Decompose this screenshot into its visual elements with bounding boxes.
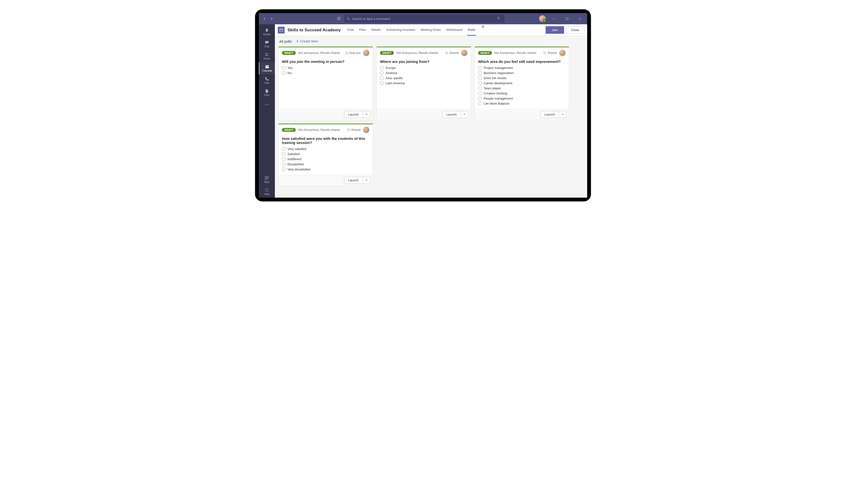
tab-whiteboard[interactable]: Whiteboard	[446, 24, 463, 36]
svg-point-32	[349, 129, 350, 130]
minimize-button[interactable]	[549, 15, 559, 22]
rail-item-activity[interactable]: Activity	[259, 26, 275, 38]
rail-item-apps[interactable]: Apps	[259, 173, 275, 185]
status-badge: DRAFT	[282, 51, 296, 55]
maximize-button[interactable]	[562, 15, 572, 22]
svg-point-13	[265, 104, 266, 105]
poll-option[interactable]: Life Work Balance	[478, 102, 565, 105]
rail-label: Calls	[264, 82, 270, 84]
radio-icon	[380, 66, 384, 70]
poll-option[interactable]: Business negociation	[478, 71, 565, 75]
launch-button[interactable]: Launch	[344, 177, 370, 184]
poll-option[interactable]: People management	[478, 97, 565, 100]
tab-details[interactable]: Details	[371, 24, 381, 36]
tabs: Chat Files Details Scheduling Assistant …	[347, 24, 486, 36]
option-label: America	[385, 71, 397, 75]
mic-icon	[497, 17, 500, 20]
poll-options: Project managementBusiness negociationDr…	[475, 66, 569, 109]
rail-label: Apps	[264, 181, 270, 183]
launch-dropdown[interactable]	[362, 177, 370, 183]
option-label: Creative thinking	[484, 91, 507, 95]
rail-item-help[interactable]: Help	[259, 185, 275, 198]
tab-polls[interactable]: Polls	[467, 24, 476, 36]
launch-button[interactable]: Launch	[442, 111, 468, 118]
option-label: Very satisfied	[288, 147, 306, 151]
author-avatar	[363, 127, 369, 133]
file-icon	[265, 89, 269, 93]
rail-item-calls[interactable]: Calls	[259, 74, 275, 86]
calendar-icon	[265, 65, 269, 69]
rail-label: Teams	[263, 57, 270, 60]
radio-icon	[380, 81, 384, 85]
close-button[interactable]: Close	[566, 26, 584, 34]
poll-question: Where are you joining from?	[377, 57, 471, 66]
poll-footer: Launch	[278, 175, 373, 186]
search-input[interactable]: Search or type a command	[344, 15, 505, 22]
rail-item-more[interactable]	[259, 98, 275, 111]
compose-button[interactable]	[336, 15, 342, 22]
poll-option[interactable]: Dissatisfied	[282, 162, 369, 166]
rail-item-teams[interactable]: Teams	[259, 50, 275, 62]
tab-scheduling[interactable]: Scheduling Assistant	[385, 24, 416, 36]
option-label: No	[288, 71, 292, 75]
radio-icon	[478, 66, 482, 70]
tab-chat[interactable]: Chat	[347, 24, 354, 36]
poll-option[interactable]: America	[380, 71, 467, 75]
launch-button[interactable]: Launch	[540, 111, 566, 118]
launch-dropdown[interactable]	[362, 111, 370, 118]
poll-head: DRAFT Not anonymous; Results shared Only…	[278, 47, 373, 57]
plus-icon	[481, 25, 485, 29]
chat-icon	[265, 40, 269, 45]
poll-question: How satisfied were you with the contents…	[278, 134, 373, 147]
poll-option[interactable]: Very satisfied	[282, 147, 369, 151]
poll-option[interactable]: Very dissatisfied	[282, 167, 369, 171]
chevron-right-icon	[270, 17, 273, 20]
create-new-button[interactable]: Create New	[296, 39, 318, 43]
poll-option[interactable]: Drive the results	[478, 76, 565, 80]
rail-item-chat[interactable]: Chat	[259, 38, 275, 50]
polls-grid: DRAFT Not anonymous; Results shared Only…	[275, 47, 587, 190]
join-button[interactable]: Join	[546, 26, 564, 34]
tab-files[interactable]: Files	[359, 24, 366, 36]
svg-rect-26	[346, 53, 348, 54]
launch-dropdown[interactable]	[559, 111, 566, 118]
add-tab-button[interactable]	[480, 24, 486, 36]
rail-item-calendar[interactable]: Calendar	[259, 62, 275, 74]
mic-button[interactable]	[497, 17, 502, 21]
poll-option[interactable]: Europe	[380, 66, 467, 70]
rail-item-files[interactable]: Files	[259, 86, 275, 98]
poll-option[interactable]: Creative thinking	[478, 91, 565, 95]
app-rail: Activity Chat Teams Calendar Calls Files	[259, 24, 275, 198]
poll-option[interactable]: Indifferent	[282, 157, 369, 161]
tab-notes[interactable]: Meeting Notes	[420, 24, 442, 36]
poll-option[interactable]: Satisfied	[282, 152, 369, 156]
user-avatar[interactable]	[539, 15, 546, 22]
launch-button[interactable]: Launch	[344, 111, 370, 118]
back-button[interactable]	[262, 16, 268, 22]
launch-label: Launch	[443, 111, 461, 118]
radio-icon	[478, 102, 482, 105]
svg-point-31	[347, 129, 348, 130]
chevron-down-icon	[365, 179, 367, 181]
poll-option[interactable]: Team player	[478, 86, 565, 90]
option-label: Career development	[484, 81, 512, 85]
poll-option[interactable]: No	[282, 71, 369, 75]
share-info: Only you	[345, 51, 361, 55]
forward-button[interactable]	[269, 16, 274, 22]
poll-option[interactable]: Yes	[282, 66, 369, 70]
more-icon	[265, 104, 269, 105]
svg-point-28	[447, 52, 448, 53]
radio-icon	[282, 162, 286, 166]
poll-option[interactable]: Project management	[478, 66, 565, 70]
author-avatar	[363, 50, 369, 56]
launch-dropdown[interactable]	[461, 111, 468, 118]
svg-rect-18	[265, 178, 267, 180]
poll-option[interactable]: Career development	[478, 81, 565, 85]
svg-point-1	[347, 17, 349, 20]
titlebar: Search or type a command	[259, 13, 587, 24]
close-window-button[interactable]	[575, 15, 585, 22]
option-label: Europe	[385, 66, 396, 70]
meeting-title: Skills to Succeed Academy	[288, 28, 341, 33]
poll-option[interactable]: Latin America	[380, 81, 467, 85]
poll-option[interactable]: Asia--pacific	[380, 76, 467, 80]
